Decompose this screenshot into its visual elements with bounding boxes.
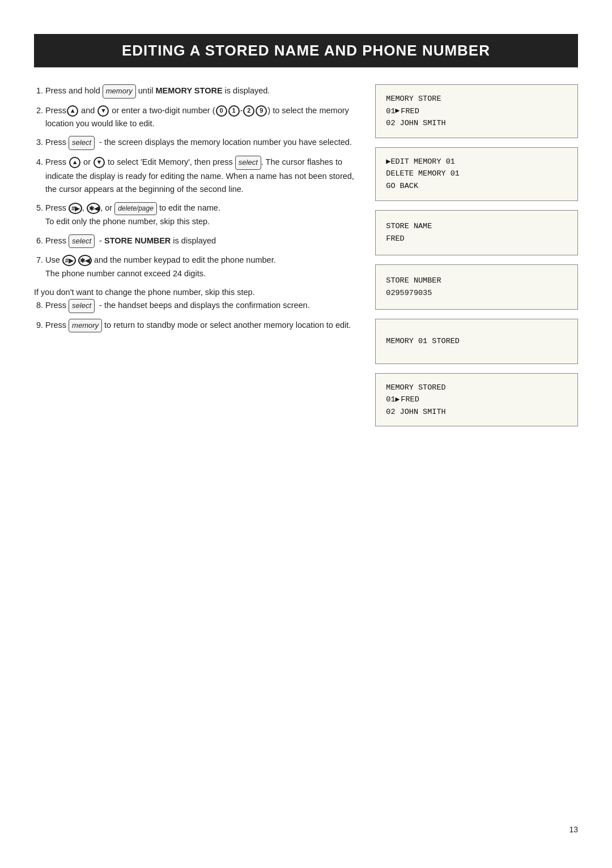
screen3-line1: STORE NAME <box>386 220 567 233</box>
screen2-line2: DELETE MEMORY 01 <box>386 168 567 180</box>
down-arrow-key-2: ▼ <box>97 105 109 117</box>
select-key-3: select <box>69 136 95 150</box>
page-title: EDITING A STORED NAME AND PHONE NUMBER <box>34 34 578 67</box>
step-4: Press ▲ or ▼ to select 'Edit Memory', th… <box>45 156 358 196</box>
screen-memory-01-stored: MEMORY 01 STORED <box>375 319 578 364</box>
screen6-arrow: ▶ <box>396 394 400 406</box>
select-key-6: select <box>69 234 95 249</box>
hash-forward-key-7: #▶ <box>62 255 76 266</box>
down-arrow-key-4: ▼ <box>94 157 105 168</box>
num-0-key: 0 <box>216 105 227 117</box>
step-5: Press #▶, ✱◀, or delete/page to edit the… <box>45 202 358 228</box>
side-screens-column: MEMORY STORE 01▶FRED 02 JOHN SMITH ▶EDIT… <box>375 84 578 808</box>
up-arrow-key-2: ▲ <box>67 105 78 117</box>
star-back-key-5: ✱◀ <box>87 203 100 214</box>
memory-key-1: memory <box>103 84 136 99</box>
step-7-note: The phone number cannot exceed 24 digits… <box>45 269 206 278</box>
store-number-label: STORE NUMBER <box>104 236 171 245</box>
screen-store-number: STORE NUMBER 0295979035 <box>375 264 578 310</box>
delete-page-key-5: delete/page <box>114 202 157 215</box>
num-2-key: 2 <box>243 105 254 117</box>
screen-memory-stored: MEMORY STORED 01▶FRED 02 JOHN SMITH <box>375 373 578 427</box>
content-area: Press and hold memory until MEMORY STORE… <box>34 84 578 808</box>
step-1: Press and hold memory until MEMORY STORE… <box>45 84 358 99</box>
star-back-key-7: ✱◀ <box>78 255 92 266</box>
instructions-column: Press and hold memory until MEMORY STORE… <box>34 84 358 808</box>
up-arrow-key-4: ▲ <box>69 157 80 168</box>
screen1-line2: 01▶FRED <box>386 105 567 118</box>
screen1-arrow: ▶ <box>396 105 400 117</box>
screen6-line2: 01▶FRED <box>386 394 567 406</box>
screen-memory-store: MEMORY STORE 01▶FRED 02 JOHN SMITH <box>375 84 578 138</box>
step-6: Press select - STORE NUMBER is displayed <box>45 234 358 249</box>
step-5-note: To edit only the phone number, skip this… <box>45 217 210 226</box>
num-9-key: 9 <box>256 105 267 117</box>
screen1-line1: MEMORY STORE <box>386 93 567 105</box>
page-number: 13 <box>34 825 578 834</box>
screen-edit-memory: ▶EDIT MEMORY 01 DELETE MEMORY 01 GO BACK <box>375 147 578 201</box>
screen6-line1: MEMORY STORED <box>386 382 567 394</box>
screen-store-name: STORE NAME FRED <box>375 210 578 255</box>
screen1-line3: 02 JOHN SMITH <box>386 117 567 130</box>
step-3: Press select - the screen displays the m… <box>45 136 358 150</box>
step-8: Press select - the handset beeps and dis… <box>45 299 358 313</box>
screen2-line1: ▶EDIT MEMORY 01 <box>386 156 567 168</box>
step-9: Press memory to return to standby mode o… <box>45 319 358 333</box>
skip-note: If you don't want to change the phone nu… <box>34 286 358 299</box>
screen3-line2: FRED <box>386 233 567 245</box>
memory-store-label: MEMORY STORE <box>155 86 222 95</box>
num-1-key: 1 <box>228 105 240 117</box>
hash-forward-key-5: #▶ <box>69 203 82 214</box>
step-7: Use #▶ ✱◀ and the number keypad to edit … <box>45 254 358 280</box>
screen6-line3: 02 JOHN SMITH <box>386 406 567 418</box>
screen4-line2: 0295979035 <box>386 287 567 300</box>
screen5-line1: MEMORY 01 STORED <box>386 335 567 348</box>
step-2: Press▲ and ▼ or enter a two-digit number… <box>45 104 358 130</box>
memory-key-9: memory <box>69 319 102 333</box>
screen4-line1: STORE NUMBER <box>386 275 567 287</box>
select-key-4: select <box>235 156 261 170</box>
screen2-line3: GO BACK <box>386 180 567 193</box>
page: EDITING A STORED NAME AND PHONE NUMBER P… <box>0 0 612 868</box>
select-key-8: select <box>69 299 95 313</box>
